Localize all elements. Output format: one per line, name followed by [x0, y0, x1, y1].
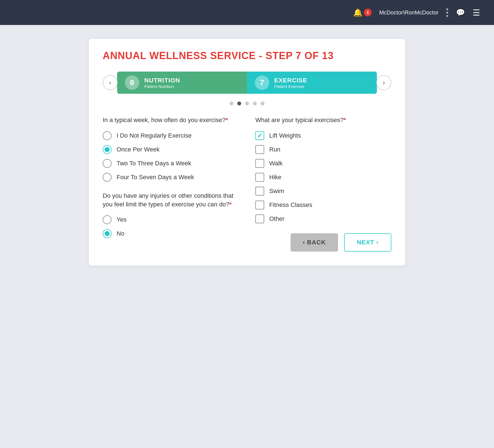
checkbox-hike-box	[255, 173, 264, 182]
next-button[interactable]: NEXT ›	[344, 233, 391, 252]
checkbox-fitness-classes[interactable]: Fitness Classes	[255, 201, 391, 209]
q2-required-star: *	[229, 201, 232, 208]
step-navigator: ‹ 6 NUTRITION Patient Nutrition 7 EXERCI…	[103, 72, 391, 94]
checkbox-walk-box	[255, 159, 264, 168]
radio-four-seven-days-label: Four To Seven Days a Week	[117, 174, 194, 181]
dot-icon	[446, 15, 448, 17]
dot-icon	[446, 12, 448, 14]
page-title: ANNUAL WELLNESS SERVICE - STEP 7 OF 13	[103, 50, 391, 62]
radio-not-regularly[interactable]: I Do Not Regularly Exercise	[103, 131, 239, 140]
checkbox-run-box	[255, 145, 264, 154]
progress-dots	[103, 102, 391, 105]
checkbox-lift-weights-box: ✓	[255, 131, 264, 140]
checkbox-fitness-classes-label: Fitness Classes	[269, 201, 312, 209]
checkbox-walk-label: Walk	[269, 160, 283, 167]
dot-1	[230, 102, 233, 105]
checkbox-hike-label: Hike	[269, 174, 281, 181]
checkbox-other-box	[255, 214, 264, 223]
q1-label: In a typical week, how often do you exer…	[103, 116, 239, 125]
radio-no-label: No	[117, 230, 124, 237]
step-nutrition: 6 NUTRITION Patient Nutrition	[117, 72, 247, 94]
radio-four-seven-days[interactable]: Four To Seven Days a Week	[103, 173, 239, 182]
form-grid: In a typical week, how often do you exer…	[103, 116, 391, 252]
q2-label: Do you have any injuries or other condit…	[103, 192, 239, 209]
radio-no[interactable]: No	[103, 229, 239, 238]
exercise-frequency-group: I Do Not Regularly Exercise Once Per Wee…	[103, 131, 239, 182]
step-7-title: EXERCISE	[274, 77, 307, 84]
main-card: ANNUAL WELLNESS SERVICE - STEP 7 OF 13 ‹…	[89, 39, 405, 265]
radio-yes-circle	[103, 215, 112, 224]
dot-5	[261, 102, 264, 105]
checkbox-lift-weights-label: Lift Weights	[269, 132, 301, 139]
checkbox-other-label: Other	[269, 215, 284, 222]
hamburger-menu-icon[interactable]: ☰	[473, 8, 481, 17]
dot-4	[253, 102, 257, 105]
checkbox-fitness-classes-box	[255, 201, 264, 209]
back-button[interactable]: ‹ BACK	[291, 233, 338, 252]
step-6-title: NUTRITION	[144, 77, 180, 84]
checkbox-swim-box	[255, 187, 264, 196]
steps-row: 6 NUTRITION Patient Nutrition 7 EXERCISE…	[117, 72, 377, 94]
radio-not-regularly-label: I Do Not Regularly Exercise	[117, 132, 191, 139]
notification-bell[interactable]: 🔔 3	[353, 8, 372, 17]
radio-yes[interactable]: Yes	[103, 215, 239, 224]
exercise-types-group: ✓ Lift Weights Run Walk Hike	[255, 131, 391, 223]
injuries-group: Yes No	[103, 215, 239, 238]
radio-once-per-week-label: Once Per Week	[117, 146, 160, 153]
radio-once-per-week-circle	[103, 145, 112, 154]
dot-icon	[446, 8, 448, 10]
radio-two-three-days-circle	[103, 159, 112, 168]
q3-label: What are your typical exercises?*	[255, 116, 391, 125]
page-wrapper: ANNUAL WELLNESS SERVICE - STEP 7 OF 13 ‹…	[0, 25, 494, 279]
notification-badge: 3	[364, 9, 372, 16]
step-6-number: 6	[125, 75, 139, 90]
left-column: In a typical week, how often do you exer…	[103, 116, 239, 252]
step-exercise: 7 EXERCISE Patient Exercise	[247, 72, 377, 94]
checkbox-other[interactable]: Other	[255, 214, 391, 223]
checkbox-walk[interactable]: Walk	[255, 159, 391, 168]
chat-icon[interactable]: 💬	[456, 8, 465, 17]
radio-two-three-days[interactable]: Two To Three Days a Week	[103, 159, 239, 168]
step-6-subtitle: Patient Nutrition	[144, 84, 180, 89]
q1-required-star: *	[226, 117, 228, 123]
checkbox-lift-weights[interactable]: ✓ Lift Weights	[255, 131, 391, 140]
dot-3	[245, 102, 249, 105]
more-options-button[interactable]	[446, 8, 448, 17]
radio-four-seven-days-circle	[103, 173, 112, 182]
radio-two-three-days-label: Two To Three Days a Week	[117, 160, 191, 167]
button-row: ‹ BACK NEXT ›	[255, 233, 391, 252]
user-label: McDoctor\RonMcDoctor	[379, 9, 438, 16]
bell-icon: 🔔	[353, 8, 363, 17]
checkbox-run[interactable]: Run	[255, 145, 391, 154]
checkbox-swim-label: Swim	[269, 188, 284, 195]
checkbox-hike[interactable]: Hike	[255, 173, 391, 182]
q3-required-star: *	[344, 117, 346, 123]
right-column: What are your typical exercises?* ✓ Lift…	[255, 116, 391, 252]
step-7-number: 7	[255, 75, 269, 90]
previous-step-button[interactable]: ‹	[103, 75, 118, 90]
radio-yes-label: Yes	[117, 216, 127, 223]
radio-no-circle	[103, 229, 112, 238]
checkmark-icon: ✓	[257, 132, 263, 139]
radio-not-regularly-circle	[103, 131, 112, 140]
radio-once-per-week[interactable]: Once Per Week	[103, 145, 239, 154]
dot-2	[237, 102, 241, 105]
checkbox-run-label: Run	[269, 146, 280, 153]
step-7-subtitle: Patient Exercise	[274, 84, 307, 89]
top-navigation: 🔔 3 McDoctor\RonMcDoctor 💬 ☰	[0, 0, 494, 25]
next-step-button[interactable]: ›	[376, 75, 391, 90]
checkbox-swim[interactable]: Swim	[255, 187, 391, 196]
